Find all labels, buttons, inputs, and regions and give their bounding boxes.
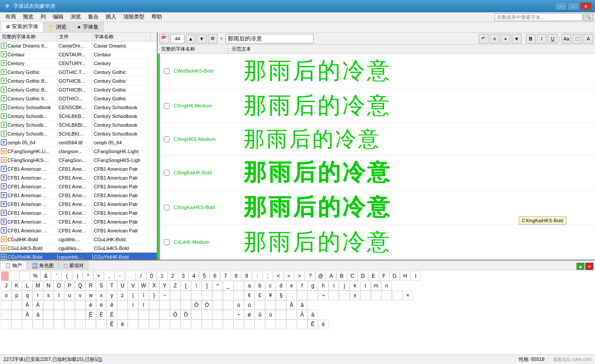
char-cell[interactable]: Ě: [307, 320, 318, 329]
bottom-panel-close[interactable]: ✕: [585, 263, 593, 270]
preview-checkbox[interactable]: [164, 239, 170, 245]
char-cell[interactable]: [138, 310, 149, 320]
char-cell[interactable]: é: [96, 300, 107, 310]
char-cell[interactable]: Ē: [107, 310, 117, 320]
char-cell[interactable]: P: [64, 281, 75, 290]
char-cell[interactable]: (: [62, 271, 72, 281]
char-cell[interactable]: [138, 320, 149, 329]
char-cell[interactable]: V: [128, 281, 138, 290]
font-size-input[interactable]: [170, 34, 185, 44]
char-cell[interactable]: [212, 320, 223, 329]
char-cell[interactable]: [170, 300, 181, 310]
color-adjust-button[interactable]: ▼: [512, 34, 521, 44]
char-cell[interactable]: [191, 290, 202, 300]
char-cell[interactable]: 1: [157, 271, 167, 281]
char-cell[interactable]: ÷: [233, 310, 244, 320]
char-cell[interactable]: l: [360, 281, 371, 290]
char-cell[interactable]: M: [33, 281, 43, 290]
char-cell[interactable]: [159, 300, 170, 310]
menu-edit[interactable]: 编辑: [49, 12, 67, 22]
char-cell[interactable]: r: [33, 290, 43, 300]
char-cell[interactable]: s: [43, 290, 54, 300]
font-list-item[interactable]: O CGuLiHKS-Bold cgulihks-... CGuLiHKS-Bo…: [0, 244, 157, 253]
char-cell[interactable]: [255, 320, 265, 329]
font-list-item[interactable]: T Caviar Dreams It... CaviarDre... Cavia…: [0, 41, 157, 50]
char-cell[interactable]: [11, 320, 22, 329]
char-cell[interactable]: U: [117, 281, 128, 290]
char-cell[interactable]: [191, 310, 202, 320]
size-down-button[interactable]: ▼: [197, 34, 207, 44]
font-list-item[interactable]: O CFangSongHKS-... CFangSon... CFangSong…: [0, 156, 157, 165]
close-button[interactable]: ✕: [580, 2, 591, 10]
char-cell[interactable]: B: [336, 271, 347, 281]
char-cell[interactable]: [128, 310, 138, 320]
char-cell[interactable]: @: [315, 271, 326, 281]
flag-button[interactable]: 🚩: [159, 34, 169, 44]
menu-browse[interactable]: 浏览: [67, 12, 85, 22]
menu-collection[interactable]: 集合: [85, 12, 102, 22]
char-cell[interactable]: _: [223, 281, 233, 290]
char-cell[interactable]: [64, 320, 75, 329]
char-cell[interactable]: ê: [107, 300, 117, 310]
char-cell[interactable]: [149, 310, 159, 320]
menu-layout[interactable]: 布局: [2, 12, 19, 22]
char-cell[interactable]: [329, 290, 339, 300]
char-cell[interactable]: î: [138, 300, 149, 310]
char-cell[interactable]: :: [252, 271, 262, 281]
font-list-item[interactable]: T Century Schoolb... SCHLBKB... Century …: [0, 112, 157, 121]
char-cell[interactable]: Ó: [202, 300, 212, 310]
char-cell[interactable]: [233, 320, 244, 329]
char-cell[interactable]: §: [276, 290, 286, 300]
char-cell[interactable]: [96, 320, 107, 329]
char-cell[interactable]: 2: [167, 271, 178, 281]
char-cell[interactable]: [159, 310, 170, 320]
char-cell[interactable]: ¢: [244, 290, 255, 300]
char-cell[interactable]: +: [93, 271, 104, 281]
char-cell[interactable]: [43, 300, 54, 310]
char-cell[interactable]: j: [339, 281, 350, 290]
char-cell[interactable]: [: [181, 281, 191, 290]
char-cell[interactable]: ¥: [265, 290, 276, 300]
char-cell[interactable]: Ā: [297, 310, 307, 320]
char-cell[interactable]: [64, 300, 75, 310]
char-cell[interactable]: [11, 310, 22, 320]
char-cell[interactable]: [19, 271, 30, 281]
char-cell[interactable]: [75, 310, 85, 320]
char-cell[interactable]: [339, 290, 350, 300]
char-cell[interactable]: z: [117, 290, 128, 300]
char-cell[interactable]: X: [149, 281, 159, 290]
char-cell[interactable]: l: [138, 290, 149, 300]
char-cell[interactable]: ã: [297, 300, 307, 310]
char-cell[interactable]: [276, 320, 286, 329]
char-cell[interactable]: u: [64, 290, 75, 300]
char-cell[interactable]: [371, 290, 381, 300]
undo-button[interactable]: ↶: [479, 34, 488, 44]
char-cell[interactable]: q: [22, 290, 33, 300]
font-list-item[interactable]: T CFB1 American ... CFB1 Ame... CFB1 Ame…: [0, 182, 157, 191]
char-cell[interactable]: ~: [159, 290, 170, 300]
char-cell[interactable]: e: [286, 281, 297, 290]
font-list-item[interactable]: T CFB1 American ... CFB1 Ame... CFB1 Ame…: [0, 217, 157, 226]
char-cell[interactable]: [85, 320, 96, 329]
char-cell[interactable]: [54, 300, 64, 310]
char-cell[interactable]: 3: [178, 271, 188, 281]
font-list-item[interactable]: T Century Gothic B... GOTHICB... Century…: [0, 77, 157, 85]
font-list-item[interactable]: T Century Schoolb... SCHLBKBI... Century…: [0, 121, 157, 129]
char-cell[interactable]: o: [1, 290, 11, 300]
char-cell[interactable]: -: [115, 271, 125, 281]
tab-installed[interactable]: 🖥 安装的字体: [1, 21, 43, 32]
char-cell[interactable]: ]: [202, 281, 212, 290]
char-cell[interactable]: Ō: [170, 310, 181, 320]
char-cell[interactable]: ě: [318, 320, 329, 329]
char-cell[interactable]: a: [244, 281, 255, 290]
char-cell[interactable]: O: [54, 281, 64, 290]
font-list-item[interactable]: T Century CENTURY... Century: [0, 59, 157, 68]
char-cell[interactable]: [149, 300, 159, 310]
char-cell[interactable]: ā: [307, 310, 318, 320]
font-list-item[interactable]: T CFB1 American ... CFB1 Ame... CFB1 Ame…: [0, 191, 157, 200]
char-cell[interactable]: [64, 310, 75, 320]
char-cell[interactable]: [117, 310, 128, 320]
char-cell[interactable]: ,: [104, 271, 115, 281]
char-cell[interactable]: Ò: [191, 300, 202, 310]
font-list-item[interactable]: T Century Schoolbook CENSCBK... Century …: [0, 103, 157, 112]
